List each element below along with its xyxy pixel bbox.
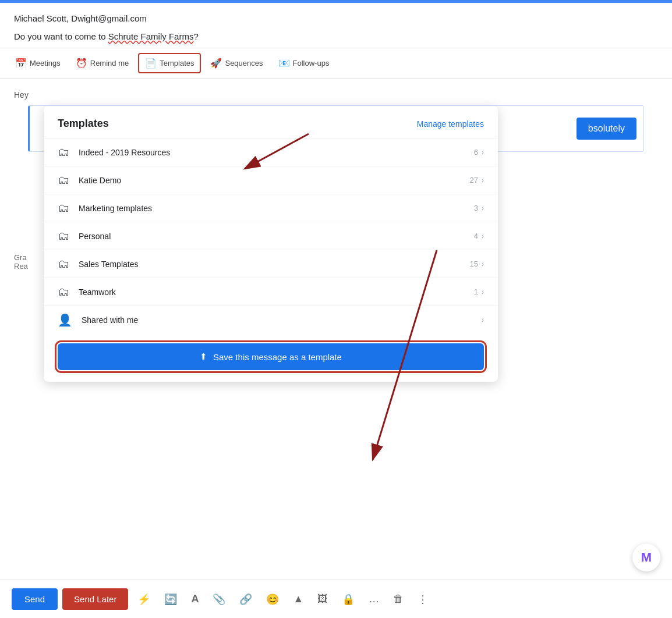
save-template-button[interactable]: ⬆ Save this message as a template	[58, 343, 484, 370]
send-later-button[interactable]: Send Later	[62, 588, 128, 610]
text-format-icon-button[interactable]: A	[186, 589, 203, 609]
email-header: Michael Scott, Dwight@gmail.com Do you w…	[0, 3, 672, 48]
shared-with-me-item[interactable]: 👤 Shared with me ›	[44, 306, 498, 334]
templates-dropdown-title: Templates	[58, 118, 109, 130]
email-subject: Do you want to come to Schrute Family Fa…	[14, 31, 199, 41]
folder-icon: 🗂	[58, 229, 69, 243]
list-item[interactable]: 🗂 Katie Demo 27 ›	[44, 166, 498, 194]
template-count: 27	[470, 176, 478, 184]
mail-icon: 📧	[278, 58, 290, 69]
emoji-icon-button[interactable]: 😊	[261, 589, 284, 609]
template-name: Personal	[79, 232, 474, 241]
template-count: 1	[474, 287, 478, 296]
folder-icon: 🗂	[58, 173, 69, 187]
meetings-label: Meetings	[30, 59, 61, 68]
subject-underlined: Schrute Family Farms	[108, 31, 194, 41]
folder-icon: 🗂	[58, 285, 69, 299]
templates-button[interactable]: 📄 Templates	[138, 53, 201, 73]
meetings-button[interactable]: 📅 Meetings	[9, 54, 66, 72]
manage-templates-link[interactable]: Manage templates	[417, 119, 484, 129]
list-item[interactable]: 🗂 Sales Templates 15 ›	[44, 250, 498, 278]
shared-label: Shared with me	[82, 315, 482, 325]
chevron-right-icon: ›	[482, 176, 484, 184]
sequences-button[interactable]: 🚀 Sequences	[204, 54, 268, 72]
template-count: 15	[470, 260, 478, 268]
templates-icon: 📄	[145, 58, 157, 69]
template-name: Teamwork	[79, 287, 474, 297]
folder-icon: 🗂	[58, 201, 69, 215]
lightning-icon-button[interactable]: ⚡	[133, 589, 155, 609]
template-name: Sales Templates	[79, 260, 470, 269]
folder-icon: 🗂	[58, 145, 69, 159]
template-count: 6	[474, 148, 478, 157]
compose-toolbar: 📅 Meetings ⏰ Remind me 📄 Templates 🚀 Seq…	[0, 48, 672, 79]
image-icon-button[interactable]: 🖼	[313, 589, 333, 609]
delete-icon-button[interactable]: 🗑	[388, 589, 408, 609]
avatar[interactable]: M	[632, 544, 660, 571]
bottom-toolbar: Send Send Later ⚡ 🔄 A 📎 🔗 😊 ▲ 🖼 🔒 … 🗑 ⋮	[0, 580, 672, 618]
remind-label: Remind me	[90, 59, 129, 68]
followups-button[interactable]: 📧 Follow-ups	[273, 54, 335, 72]
chevron-right-icon: ›	[482, 316, 484, 324]
email-to: Michael Scott, Dwight@gmail.com	[14, 13, 658, 23]
list-item[interactable]: 🗂 Indeed - 2019 Resources 6 ›	[44, 138, 498, 166]
email-greeting: Hey	[14, 90, 658, 100]
refresh-icon-button[interactable]: 🔄	[160, 589, 182, 609]
alarm-icon: ⏰	[76, 58, 87, 69]
subject-text-end: ?	[193, 31, 198, 41]
template-count: 4	[474, 232, 478, 240]
chevron-right-icon: ›	[482, 204, 484, 212]
drive-icon-button[interactable]: ▲	[288, 589, 308, 609]
absolutely-label: bsolutely	[588, 123, 625, 133]
save-template-label: Save this message as a template	[213, 352, 342, 362]
chevron-right-icon: ›	[482, 288, 484, 296]
more-icon-button[interactable]: …	[364, 589, 384, 609]
rocket-icon: 🚀	[210, 58, 222, 69]
templates-dropdown: Templates Manage templates 🗂 Indeed - 20…	[44, 106, 498, 382]
subject-text-start: Do you want to come to	[14, 31, 108, 41]
template-name: Marketing templates	[79, 204, 474, 213]
folder-icon: 🗂	[58, 257, 69, 271]
chevron-right-icon: ›	[482, 260, 484, 268]
overflow-icon-button[interactable]: ⋮	[413, 589, 433, 609]
template-name: Katie Demo	[79, 176, 470, 185]
lock-icon-button[interactable]: 🔒	[337, 589, 359, 609]
save-icon: ⬆	[200, 351, 207, 362]
chevron-right-icon: ›	[482, 232, 484, 240]
attach-icon-button[interactable]: 📎	[208, 589, 230, 609]
link-icon-button[interactable]: 🔗	[235, 589, 257, 609]
template-count: 3	[474, 204, 478, 212]
templates-dropdown-header: Templates Manage templates	[44, 106, 498, 138]
list-item[interactable]: 🗂 Personal 4 ›	[44, 222, 498, 250]
followups-label: Follow-ups	[293, 59, 330, 68]
chevron-right-icon: ›	[482, 148, 484, 157]
calendar-icon: 📅	[15, 58, 27, 69]
absolutely-button[interactable]: bsolutely	[576, 118, 636, 140]
send-button[interactable]: Send	[12, 588, 58, 610]
list-item[interactable]: 🗂 Teamwork 1 ›	[44, 278, 498, 306]
avatar-initials: M	[641, 550, 652, 565]
template-name: Indeed - 2019 Resources	[79, 148, 474, 157]
list-item[interactable]: 🗂 Marketing templates 3 ›	[44, 194, 498, 222]
templates-label: Templates	[160, 59, 194, 68]
person-icon: 👤	[58, 313, 72, 327]
remind-me-button[interactable]: ⏰ Remind me	[70, 54, 135, 72]
sequences-label: Sequences	[225, 59, 263, 68]
